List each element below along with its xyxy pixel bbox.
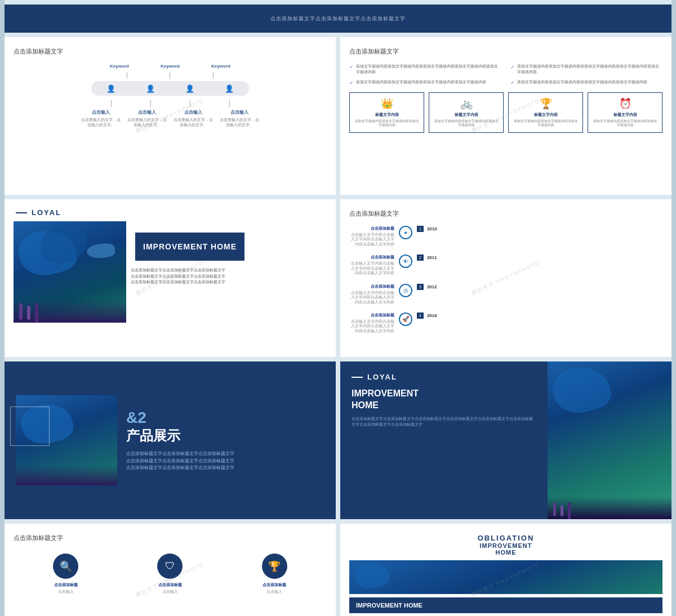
check-item-3: ✓ 添加文字描述内容添加文字描述内容添添加文字描述内容添加文字描述内容	[510, 79, 662, 86]
oval-bar-row: 👤 👤 👤 👤	[14, 81, 327, 96]
slide6-plant-2	[568, 502, 571, 519]
slide-loyal: 图行天下 PHOTOPHOTO LOYAL	[5, 199, 336, 357]
obligation-leaf	[352, 560, 392, 592]
tl-circle-3: 🚀	[399, 313, 412, 326]
slide-loyal-blue: LOYAL IMPROVEMENT HOME 点击添加标题文字点击添加标题文字点…	[340, 361, 671, 519]
tl-year-1: 2011	[427, 255, 437, 260]
icon-col-1: 🛡 点击添加标题 点击输入	[148, 553, 193, 595]
search-icon: 🔍	[53, 553, 78, 579]
slide3-right: IMPROVEMENT HOME 点击添加标题文字点击添加标题文字点击添加标题文…	[131, 221, 327, 348]
tl-circle-2: ◎	[399, 284, 412, 297]
check-mark-1: ✓	[510, 64, 515, 70]
plant-0	[19, 303, 23, 320]
check-row-1: ✓ 添加文字描述内容添加文字描述内容添添加文字描述内容添加文字描述内容 ✓ 添加…	[349, 79, 662, 86]
improvement-obligation-sub: IMPROVEMENT HOME	[349, 542, 662, 556]
keyword-label-2: Keyword	[201, 64, 241, 69]
slide6-plant-0	[553, 502, 556, 516]
icon-box-1: 🚲 标题文字内容 添加文字描述内容添加文字描述内容添加文字描述内容	[429, 92, 504, 133]
check-mark-2: ✓	[349, 80, 354, 86]
sidebar-strip	[0, 0, 5, 616]
plants-row	[19, 303, 38, 323]
improvement-home-box: IMPROVEMENT HOME	[135, 233, 244, 261]
tl-num-3: 4	[417, 313, 424, 319]
check-text-0: 添加文字描述内容添加文字描述内容添添加文字描述内容添加文字描述内容添加文字描述内…	[356, 64, 501, 75]
keyword-label-1: Keyword	[150, 64, 190, 69]
check-row-0: ✓ 添加文字描述内容添加文字描述内容添添加文字描述内容添加文字描述内容添加文字描…	[349, 64, 662, 75]
tl-circle-0: ✦	[399, 226, 412, 239]
check-mark-3: ✓	[510, 80, 515, 86]
bicycle-icon: 🚲	[433, 97, 500, 110]
keyword-box-0: 点击输入 点击查输入的文字，点击输入的文字。	[81, 109, 121, 127]
slide-icons: 图行天下 PHOTOPHOTO 点击添加标题文字 🔍 点击添加标题 点击输入 🛡…	[5, 524, 336, 616]
icon-row: 🔍 点击添加标题 点击输入 🛡 点击添加标题 点击输入 🏆 点击添加标题 点击输…	[14, 553, 327, 595]
tl-num-2: 3	[417, 284, 424, 290]
product-text-block: &2 产品展示 点击添加标题文字点击添加标题文字点击添加标题文字 点击添加标题文…	[126, 409, 234, 472]
slide6-plants	[553, 502, 571, 519]
tl-year-2: 2012	[427, 284, 437, 289]
keyword-labels-row: Keyword Keyword Keyword	[14, 64, 327, 69]
tl-circle-1: 👁	[399, 255, 412, 268]
plant-1	[27, 306, 30, 320]
shield-icon: 🛡	[157, 553, 183, 579]
top-banner-text: 点击添加标题文字点击添加标题文字点击添加标题文字	[270, 15, 406, 23]
keyword-box-2: 点击输入 点击查输入的文字，点击输入的文字。	[174, 109, 213, 127]
slide-product: &2 产品展示 点击添加标题文字点击添加标题文字点击添加标题文字 点击添加标题文…	[5, 361, 336, 519]
crown-icon: 👑	[353, 97, 420, 110]
icon-col-text-0: 点击输入	[43, 590, 88, 595]
loyal-header-white: LOYAL	[352, 373, 536, 381]
loyal-label: LOYAL	[32, 208, 61, 217]
timeline-item-3: 点击添加标题 点击输入文字内容点击输入文字内容点击输入文字内容点击输入文字内容 …	[349, 313, 662, 333]
product-image-wrapper	[16, 395, 117, 485]
keyword-box-3: 点击输入 点击查输入的文字，点击输入的文字。	[220, 109, 259, 127]
product-plant-bg	[16, 466, 117, 485]
tl-right-1: 2 2011	[417, 255, 437, 261]
keyword-label-0: Keyword	[100, 64, 139, 69]
icon-box-3: ⏰ 标题文字内容 添加文字描述内容添加文字描述内容添加文字描述内容	[588, 92, 662, 133]
check-item-1: ✓ 添加文字描述内容添加文字描述内容添添加文字描述内容添加文字描述内容添加文字描…	[510, 64, 662, 75]
obligation-header: OBLIGATION IMPROVEMENT HOME	[349, 534, 662, 556]
slide2-title: 点击添加标题文字	[349, 47, 662, 56]
loyal-dash-white-icon	[352, 377, 363, 378]
product-frame	[10, 407, 50, 446]
icon-boxes: 👑 标题文字内容 添加文字描述内容添加文字描述内容添加文字描述内容 🚲 标题文字…	[349, 92, 662, 133]
trophy-icon: 🏆	[512, 97, 579, 110]
icon-col-label-0: 点击添加标题	[43, 582, 88, 588]
trophy-icon-2: 🏆	[262, 553, 287, 579]
icon-col-label-2: 点击添加标题	[252, 582, 297, 588]
check-item-0: ✓ 添加文字描述内容添加文字描述内容添添加文字描述内容添加文字描述内容添加文字描…	[349, 64, 501, 75]
tl-num-0: 1	[417, 226, 424, 232]
tl-num-1: 2	[417, 255, 424, 261]
timeline: 点击添加标题 点击输入文字内容点击输入文字内容点击输入文字内容点击输入文字内容 …	[349, 226, 662, 333]
loyal-label-white: LOYAL	[367, 373, 397, 381]
tl-left-3: 点击添加标题 点击输入文字内容点击输入文字内容点击输入文字内容点击输入文字内容	[349, 313, 394, 333]
slide1-title: 点击添加标题文字	[14, 47, 327, 56]
tl-right-0: 1 2010	[417, 226, 437, 232]
obligation-illustration	[349, 560, 662, 594]
check-text-3: 添加文字描述内容添加文字描述内容添添加文字描述内容添加文字描述内容	[517, 79, 647, 85]
clock-icon: ⏰	[592, 97, 659, 110]
product-title: 产品展示	[126, 427, 234, 445]
icon-col-2: 🏆 点击添加标题 点击输入	[252, 553, 297, 595]
slide3-content: IMPROVEMENT HOME 点击添加标题文字点击添加标题文字点击添加标题文…	[5, 221, 336, 357]
product-body: 点击添加标题文字点击添加标题文字点击添加标题文字 点击添加标题文字点击添加标题文…	[126, 450, 234, 472]
connectors	[14, 72, 327, 79]
tl-right-2: 3 2012	[417, 284, 437, 290]
tl-left-2: 点击添加标题 点击输入文字内容点击输入文字内容点击输入文字内容点击输入文字内容	[349, 284, 394, 305]
person-icon-1: 👤	[146, 84, 155, 93]
icon-box-2: 🏆 标题文字内容 添加文字描述内容添加文字描述内容添加文字描述内容	[508, 92, 583, 133]
bottom-connectors	[14, 100, 327, 107]
obligation-box-title: IMPROVEMENT HOME	[356, 602, 656, 609]
tl-right-3: 4 2016	[417, 313, 437, 319]
keyword-boxes: 点击输入 点击查输入的文字，点击输入的文字。 点击输入 点击查输入的文字，点击输…	[14, 109, 327, 127]
timeline-item-2: 点击添加标题 点击输入文字内容点击输入文字内容点击输入文字内容点击输入文字内容 …	[349, 284, 662, 305]
check-text-1: 添加文字描述内容添加文字描述内容添添加文字描述内容添加文字描述内容添加文字描述内…	[517, 64, 662, 75]
keyword-box-1: 点击输入 点击查输入的文字，点击输入的文字。	[127, 109, 167, 127]
icon-col-label-1: 点击添加标题	[148, 582, 193, 588]
tl-year-3: 2016	[427, 313, 437, 318]
check-text-2: 添加文字描述内容添加文字描述内容添添加文字描述内容添加文字描述内容	[356, 79, 486, 85]
slide-checklist: 图行天下 PHOTOPHOTO 点击添加标题文字 ✓ 添加文字描述内容添加文字描…	[340, 37, 671, 195]
check-item-2: ✓ 添加文字描述内容添加文字描述内容添添加文字描述内容添加文字描述内容	[349, 79, 501, 86]
slides-grid: 点击添加标题文字点击添加标题文字点击添加标题文字 图行天下 PHOTOPHOTO…	[0, 0, 676, 616]
timeline-item-0: 点击添加标题 点击输入文字内容点击输入文字内容点击输入文字内容点击输入文字内容 …	[349, 226, 662, 247]
slide6-illustration	[548, 361, 671, 519]
